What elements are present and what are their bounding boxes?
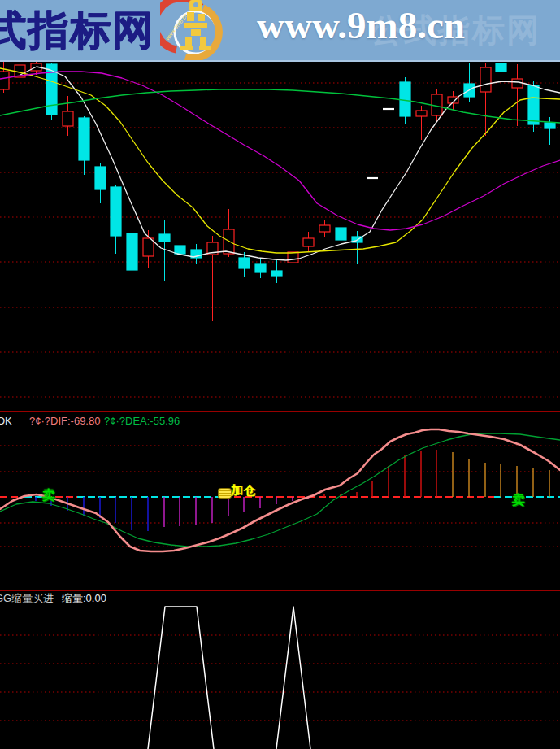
candle-body <box>416 111 427 116</box>
stock-chart-canvas[interactable] <box>0 0 560 749</box>
sell-signal-marker-right: 卖 <box>512 494 525 507</box>
macd-indicator-name: OK <box>0 416 12 426</box>
candle-body <box>79 118 89 160</box>
candle-body <box>545 123 555 128</box>
volume-signal-panel <box>0 607 560 749</box>
sell-signal-marker-left: 卖 <box>42 489 55 502</box>
candle-body <box>480 67 491 92</box>
dif-line <box>0 429 560 551</box>
candle-body <box>143 238 154 256</box>
candle-body <box>159 234 170 242</box>
candle-body <box>111 187 121 236</box>
candle-body <box>127 233 137 270</box>
ma-white <box>20 67 560 260</box>
add-position-coin-icon <box>218 488 232 499</box>
candle-body <box>496 63 506 72</box>
volume-indicator-value: 缩量:0.00 <box>62 593 106 603</box>
candle-body <box>400 82 410 116</box>
candle-body <box>288 252 298 263</box>
candle-body <box>95 167 106 189</box>
site-url-text: www.9m8.cn <box>257 3 465 47</box>
triangle-signal <box>276 607 310 749</box>
candle-body <box>512 79 523 88</box>
candle-body <box>336 228 346 240</box>
candlestick-series <box>0 59 555 352</box>
candle-body <box>271 271 282 276</box>
macd-dea-value-label: ?¢·?DEA:-55.96 <box>104 416 180 426</box>
candle-body <box>255 264 266 272</box>
candle-body <box>63 111 73 126</box>
candle-body <box>303 238 314 246</box>
site-logo-icon: www.9m8.cn <box>160 0 232 62</box>
site-name-text: 式指标网 <box>0 3 154 58</box>
macd-dif-value-label: ?¢·?DIF:-69.80 <box>29 416 100 426</box>
dea-line <box>0 433 560 547</box>
candle-body <box>528 85 539 124</box>
candle-body <box>319 225 330 232</box>
macd-histogram <box>36 450 549 531</box>
site-banner: 公式指标网 式指标网 www.9m8.cn www.9m8.cn <box>0 0 560 62</box>
candle-body <box>239 258 250 268</box>
macd-panel <box>0 429 560 551</box>
volume-indicator-name: GG缩量买进 <box>0 593 54 603</box>
stock-app-screen: 公式指标网 式指标网 www.9m8.cn www.9m8.cn OK ?¢·?… <box>0 0 560 749</box>
candle-body <box>0 72 9 89</box>
main-price-panel <box>0 59 560 397</box>
trapezoid-signal <box>148 607 214 749</box>
candle-body <box>175 246 185 254</box>
add-position-marker: 加仓 <box>231 484 255 496</box>
